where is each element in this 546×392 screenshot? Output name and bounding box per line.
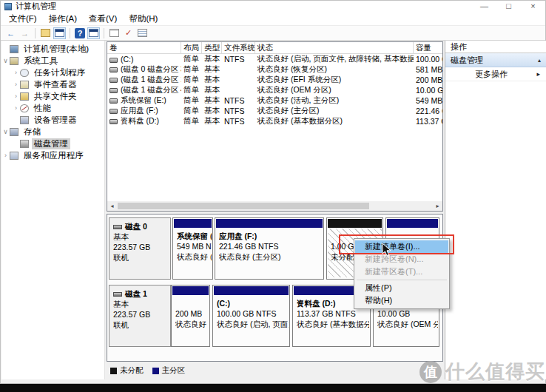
context-menu-item[interactable]: 帮助(H) xyxy=(355,294,448,307)
column-header[interactable]: 类型 xyxy=(202,42,222,53)
disk-management-icon xyxy=(20,140,29,148)
partition-size: 549 MB NTFS xyxy=(177,241,212,251)
column-header[interactable]: 状态 xyxy=(255,42,414,53)
partition-name: 应用盘 (F:) xyxy=(219,231,323,241)
status-cell: 状态良好 (EFI 系统分区) xyxy=(255,75,414,85)
more-actions-label: 更多操作 xyxy=(475,69,508,80)
check-doc-icon[interactable]: ✓ xyxy=(122,27,135,39)
sidebar-item[interactable]: ›共享文件夹 xyxy=(1,90,104,102)
disk-size: 223.57 GB xyxy=(113,309,170,320)
menu-item[interactable]: 文件(F) xyxy=(3,13,43,24)
context-menu-item[interactable]: 属性(P) xyxy=(355,282,448,294)
table-row[interactable]: (磁盘 1 磁盘分区 4)简单基本状态良好 (OEM 分区)10.00 GB xyxy=(107,85,442,95)
sidebar-item[interactable]: ›事件查看器 xyxy=(1,78,104,90)
sidebar-item-label: 存储 xyxy=(21,126,43,138)
disk-icon xyxy=(113,292,122,297)
minimize-button[interactable]: — xyxy=(472,1,496,12)
volume-icon xyxy=(109,119,118,124)
layout-cell: 简单 xyxy=(181,54,202,64)
menu-item[interactable]: 查看(V) xyxy=(83,13,123,24)
partition-color-bar xyxy=(328,219,382,228)
table-row[interactable]: 系统保留 (E:)简单基本NTFS状态良好 (活动, 主分区)549 MB xyxy=(107,95,442,106)
scroll-thumb[interactable] xyxy=(118,203,369,209)
disk-label[interactable]: 磁盘 1基本223.57 GB联机 xyxy=(109,285,171,347)
chevron-down-icon[interactable]: ∨ xyxy=(1,128,10,135)
show-tree-icon[interactable] xyxy=(39,27,52,39)
partition-info: 系统保留 (E:)549 MB NTFS状态良好 (活动, 主分区) xyxy=(174,229,212,277)
chevron-right-icon[interactable]: › xyxy=(1,152,10,159)
chevron-right-icon[interactable]: › xyxy=(12,92,20,100)
layout-cell: 简单 xyxy=(181,95,202,106)
sidebar-item[interactable]: ›任务计划程序 xyxy=(1,67,104,78)
forward-icon[interactable]: → xyxy=(18,27,31,39)
partition-info: (C:)100.00 GB NTFS状态良好 (启动, 页面文件, 故障转储, … xyxy=(214,296,289,345)
sidebar-item[interactable]: ›服务和应用程序 xyxy=(1,149,104,161)
console-window-icon[interactable] xyxy=(53,27,66,39)
partition-name xyxy=(175,298,209,308)
sidebar-item[interactable]: ∨系统工具 xyxy=(1,55,104,67)
menu-item[interactable]: 操作(A) xyxy=(43,13,83,24)
mouse-cursor xyxy=(382,243,391,257)
chevron-right-icon[interactable]: › xyxy=(12,81,20,88)
console-window2-icon[interactable] xyxy=(87,27,100,39)
partition-block[interactable]: 应用盘 (F:)221.46 GB NTFS状态良好 (主分区) xyxy=(215,217,324,280)
actions-section-disk-management[interactable]: 磁盘管理 ▴ xyxy=(445,53,546,67)
sidebar-item[interactable]: 计算机管理(本地) xyxy=(1,43,104,55)
window-title: 计算机管理 xyxy=(16,1,56,12)
filesystem-cell: NTFS xyxy=(222,55,255,64)
bottom-black-bar xyxy=(0,384,546,392)
status-cell: 状态良好 (主分区) xyxy=(255,106,414,116)
chevron-right-icon[interactable]: › xyxy=(12,104,20,112)
sidebar-item[interactable]: ∨存储 xyxy=(1,126,104,138)
column-header[interactable]: 卷 xyxy=(107,42,181,53)
partition-status: 状态良好 (主分区) xyxy=(219,251,323,262)
menu-separator xyxy=(357,280,447,280)
sidebar-item-label: 共享文件夹 xyxy=(32,91,79,102)
event-viewer-icon xyxy=(20,81,29,89)
scroll-left-icon[interactable]: ◂ xyxy=(107,201,117,211)
partition-block[interactable]: 系统保留 (E:)549 MB NTFS状态良好 (活动, 主分区) xyxy=(172,217,213,280)
more-actions-item[interactable]: 更多操作 ▸ xyxy=(445,67,546,81)
table-row[interactable]: (C:)简单基本NTFS状态良好 (启动, 页面文件, 故障转储, 基本数据分区… xyxy=(107,54,442,64)
disk-label[interactable]: 磁盘 0基本223.57 GB联机 xyxy=(109,217,171,280)
close-button[interactable]: × xyxy=(521,1,545,12)
partition-block[interactable]: 200 MB状态良好 xyxy=(171,285,210,347)
volume-name-cell: 系统保留 (E:) xyxy=(107,95,181,106)
context-menu-item: 新建跨区卷(N)... xyxy=(355,253,448,266)
menu-item[interactable]: 帮助(H) xyxy=(123,13,164,24)
horizontal-scrollbar[interactable]: ◂ ▸ xyxy=(107,201,442,211)
chevron-right-icon[interactable]: › xyxy=(12,69,20,76)
table-row[interactable]: 应用盘 (F:)简单基本NTFS状态良好 (主分区)221.46 GB xyxy=(107,106,442,116)
back-icon[interactable]: ← xyxy=(4,27,17,39)
help-icon[interactable]: ? xyxy=(75,28,85,38)
table-row[interactable]: (磁盘 0 磁盘分区 3)简单基本状态良好 (恢复分区)581 MB xyxy=(107,64,442,75)
partition-info: 200 MB状态良好 xyxy=(172,296,209,345)
sidebar-item[interactable]: 设备管理器 xyxy=(1,114,104,126)
partition-size: 200 MB xyxy=(175,308,209,319)
maximize-button[interactable]: □ xyxy=(496,1,521,12)
chevron-down-icon[interactable]: ∨ xyxy=(1,57,10,64)
column-header[interactable]: 布局 xyxy=(181,42,202,53)
watermark: 值 什么值得买 xyxy=(419,359,545,385)
sidebar-item-label: 计算机管理(本地) xyxy=(21,44,91,55)
table-row[interactable]: 资料盘 (D:)简单基本NTFS状态良好 (基本数据分区)113.37 GB xyxy=(107,116,442,126)
layout-cell: 简单 xyxy=(181,116,202,126)
status-cell: 状态良好 (恢复分区) xyxy=(255,64,414,75)
collapse-icon[interactable]: ▴ xyxy=(538,57,541,64)
sidebar-item[interactable]: ›性能 xyxy=(1,102,104,114)
disk-status: 联机 xyxy=(113,320,170,330)
watermark-text: 什么值得买 xyxy=(445,359,545,385)
properties-icon[interactable] xyxy=(136,27,149,39)
capacity-cell: 221.46 GB xyxy=(414,107,443,115)
column-header[interactable]: 容量 xyxy=(414,42,443,53)
scroll-right-icon[interactable]: ▸ xyxy=(433,201,442,211)
export-icon[interactable] xyxy=(108,27,121,39)
shared-folders-icon xyxy=(20,92,29,101)
volume-list-header: 卷布局类型文件系统状态容量 xyxy=(107,42,442,54)
volume-icon xyxy=(109,109,118,114)
capacity-cell: 10.00 GB xyxy=(414,86,443,95)
table-row[interactable]: (磁盘 1 磁盘分区 1)简单基本状态良好 (EFI 系统分区)200 MB xyxy=(107,75,442,85)
partition-block[interactable]: (C:)100.00 GB NTFS状态良好 (启动, 页面文件, 故障转储, … xyxy=(212,285,290,347)
sidebar-item[interactable]: 磁盘管理 xyxy=(1,138,104,149)
column-header[interactable]: 文件系统 xyxy=(222,42,255,53)
